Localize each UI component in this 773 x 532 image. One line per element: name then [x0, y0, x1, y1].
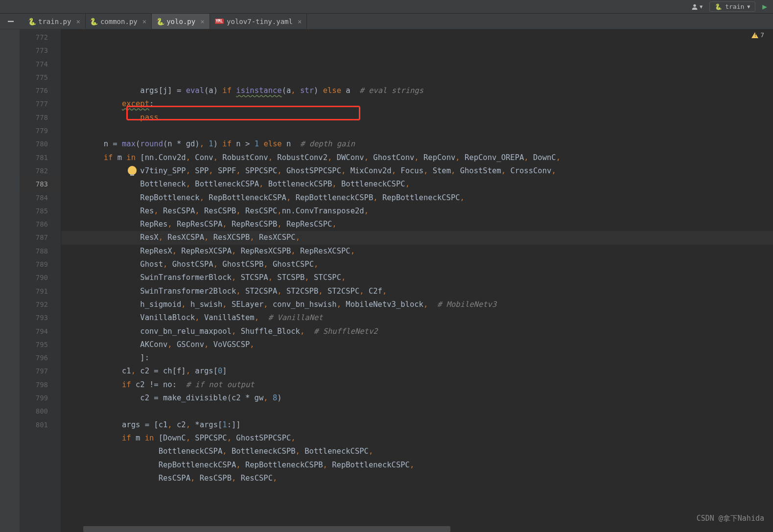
- warning-count: 7: [760, 31, 764, 39]
- line-number[interactable]: 787: [20, 231, 61, 244]
- line-number[interactable]: 773: [20, 44, 61, 57]
- line-number[interactable]: 796: [20, 351, 61, 365]
- tab-label: train.py: [38, 18, 71, 25]
- problems-badge[interactable]: 7: [751, 31, 764, 39]
- line-number[interactable]: 776: [20, 84, 61, 97]
- lightbulb-icon[interactable]: [128, 166, 137, 175]
- tab-yolo[interactable]: 🐍 yolo.py ×: [152, 14, 210, 29]
- tab-label: common.py: [100, 18, 138, 25]
- close-icon[interactable]: ×: [142, 18, 146, 25]
- line-number[interactable]: 790: [20, 271, 61, 284]
- line-number[interactable]: 789: [20, 258, 61, 271]
- horizontal-scrollbar[interactable]: [83, 526, 450, 532]
- tab-yaml[interactable]: YML yolov7-tiny.yaml ×: [210, 14, 307, 29]
- tab-common[interactable]: 🐍 common.py ×: [86, 14, 152, 29]
- line-number[interactable]: 786: [20, 218, 61, 231]
- warning-icon: [751, 32, 758, 38]
- svg-point-0: [693, 4, 696, 6]
- tool-window-stripe[interactable]: [0, 29, 20, 532]
- tab-train[interactable]: 🐍 train.py ×: [23, 14, 86, 29]
- line-number[interactable]: 795: [20, 338, 61, 351]
- line-number[interactable]: 778: [20, 111, 61, 124]
- line-number[interactable]: 794: [20, 325, 61, 338]
- python-file-icon: 🐍: [91, 18, 97, 25]
- main-toolbar: ▼ 🐍 train ▼ ▶: [0, 0, 773, 14]
- editor-tabs: — 🐍 train.py × 🐍 common.py × 🐍 yolo.py ×…: [0, 14, 773, 29]
- tab-label: yolo.py: [166, 18, 195, 25]
- line-number[interactable]: 793: [20, 311, 61, 324]
- line-number[interactable]: 798: [20, 378, 61, 392]
- line-number[interactable]: 777: [20, 97, 61, 111]
- run-configuration-selector[interactable]: 🐍 train ▼: [709, 1, 755, 12]
- line-number[interactable]: 799: [20, 392, 61, 405]
- line-number[interactable]: 772: [20, 31, 61, 44]
- watermark: CSDN @拿下Nahida: [697, 514, 764, 523]
- line-number[interactable]: 781: [20, 151, 61, 164]
- line-number[interactable]: 783: [20, 178, 61, 191]
- close-icon[interactable]: ×: [200, 18, 204, 25]
- line-number[interactable]: 779: [20, 124, 61, 138]
- python-file-icon: 🐍: [28, 18, 35, 25]
- line-number[interactable]: 774: [20, 58, 61, 71]
- tab-label: yolov7-tiny.yaml: [227, 18, 293, 25]
- chevron-down-icon: ▼: [700, 4, 703, 9]
- line-number[interactable]: 780: [20, 138, 61, 151]
- python-icon: 🐍: [715, 3, 722, 10]
- line-number[interactable]: 797: [20, 365, 61, 378]
- line-number[interactable]: 801: [20, 418, 61, 432]
- line-number[interactable]: 782: [20, 164, 61, 178]
- run-config-label: train: [725, 3, 744, 10]
- line-number-gutter[interactable]: 772 773 774 775 776 777 778 779 780 781 …: [20, 29, 61, 532]
- line-number[interactable]: 791: [20, 285, 61, 298]
- line-number[interactable]: 784: [20, 191, 61, 205]
- python-file-icon: 🐍: [157, 18, 164, 25]
- run-button[interactable]: ▶: [762, 2, 767, 11]
- close-icon[interactable]: ×: [298, 18, 302, 25]
- line-number[interactable]: 800: [20, 405, 61, 418]
- minimize-icon[interactable]: —: [6, 17, 16, 24]
- close-icon[interactable]: ×: [76, 18, 80, 25]
- yaml-file-icon: YML: [215, 19, 224, 24]
- line-number[interactable]: 792: [20, 298, 61, 311]
- line-number[interactable]: 785: [20, 205, 61, 218]
- code-editor[interactable]: 772 773 774 775 776 777 778 779 780 781 …: [0, 29, 773, 532]
- code-area[interactable]: args[j] = eval(a) if isinstance(a, str) …: [61, 29, 773, 532]
- chevron-down-icon: ▼: [747, 4, 750, 9]
- user-menu[interactable]: ▼: [691, 3, 703, 11]
- line-number[interactable]: 775: [20, 71, 61, 84]
- line-number[interactable]: 788: [20, 245, 61, 258]
